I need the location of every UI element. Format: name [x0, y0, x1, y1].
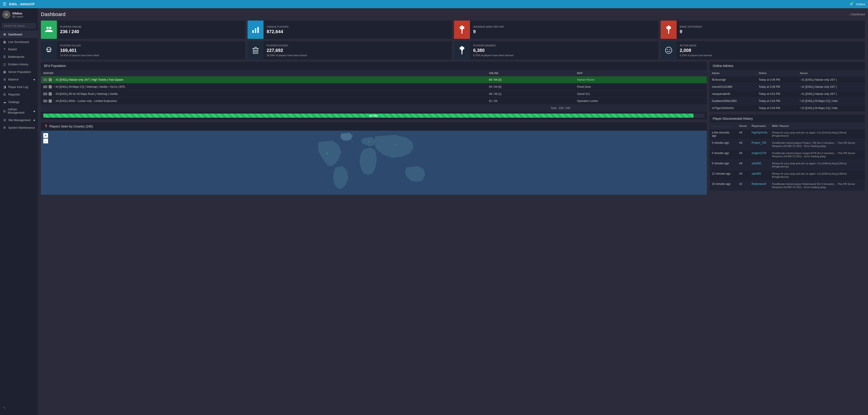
- sidebar-item-system-maintenance[interactable]: ⚙ System Maintenance: [0, 124, 38, 131]
- bans-yesterday-icon-box: [661, 21, 677, 39]
- nav-label-balance: Balance: [8, 78, 19, 81]
- nav-label-banlist: Banlist: [8, 48, 17, 51]
- admin-online-time: Today at 3:36 PM: [756, 76, 798, 83]
- disc-player: eragon2278: [749, 150, 770, 160]
- server-map: Flood Zone: [575, 83, 707, 90]
- nav-label-population: Server Population: [8, 70, 31, 73]
- location-icon: 📍: [44, 124, 48, 128]
- search-input[interactable]: [2, 23, 36, 29]
- sidebar-item-server-population[interactable]: ▦ Server Population: [0, 68, 38, 76]
- table-row-total: Total 236 / 240: [41, 105, 707, 112]
- hammer-icon2: [665, 26, 672, 34]
- sidebar-item-site-management[interactable]: ⊟ Site Management ◀: [0, 116, 38, 124]
- bans-yesterday-label: BANS YESTERDAY: [680, 25, 862, 28]
- population-icon: ▦: [3, 70, 6, 73]
- nav-label-playerlist: Playerlist: [8, 93, 20, 96]
- disc-time: 12 minutes ago: [710, 170, 737, 181]
- sidebar-item-banlist[interactable]: T Banlist: [0, 46, 38, 53]
- bf4-population-title: BF4 Population: [44, 64, 66, 68]
- sidebar-item-playerlist[interactable]: ☰ Playerlist: [0, 91, 38, 98]
- admin-online-time: Today at 3:39 PM: [756, 83, 798, 90]
- col-server: Server: [41, 70, 487, 76]
- admin-server: - #1 [E4GL] Hainan only 24/7 |: [798, 83, 865, 90]
- zoom-out-button[interactable]: -: [43, 139, 48, 144]
- zoom-in-button[interactable]: +: [43, 133, 48, 138]
- sys-maint-icon: ⚙: [3, 126, 6, 129]
- table-row[interactable]: - #1 [E4GL] Hainan only 24/7 | High Tick…: [41, 76, 707, 83]
- active-bans-info: ACTIVE BANS 2,008 0.23% of players are b…: [677, 41, 865, 59]
- trash-icon: [252, 47, 259, 54]
- avatar: H: [2, 10, 10, 19]
- sidebar-item-live-scoreboard[interactable]: ▦ Live Scoreboard: [0, 38, 38, 46]
- active-bans-sub: 0.23% of players are banned: [680, 54, 862, 57]
- cursor-indicator: ↖: [0, 401, 38, 415]
- disc-time: 5 minutes ago: [710, 139, 737, 150]
- dashboard-icon: ⊞: [3, 33, 6, 36]
- bans-yesterday-info: BANS YESTERDAY 9: [677, 21, 865, 39]
- scoreboard-icon: ▦: [3, 40, 6, 43]
- disc-server: #4: [737, 170, 749, 181]
- nav-label-chatlogs: Chatlogs: [8, 100, 20, 104]
- table-row[interactable]: ! #2 [E4GL] All Maps CQ | Votemap | Vani…: [41, 83, 707, 90]
- stats-row-1: PLAYERS ONLINE 236 / 240 UNIQUE PLAYERS …: [41, 21, 865, 39]
- left-column: BF4 Population Server Online Map: [41, 62, 707, 195]
- nav-label-battlereports: Battlereports: [8, 55, 25, 59]
- admin-online-time: Today at 3:43 PM: [756, 105, 798, 112]
- chatlogs-icon: ☁: [3, 100, 6, 104]
- sidebar-item-player-kick-log[interactable]: ◨ Player Kick Log: [0, 83, 38, 91]
- disc-player: salo582: [749, 160, 770, 170]
- table-row: 5 minutes ago #4 eragon2278 PunkBuster k…: [710, 150, 865, 160]
- logout-link[interactable]: ⏻ Logout: [12, 15, 23, 18]
- breadcrumb: ⌂ Dashboard: [849, 13, 865, 16]
- battlereports-icon: ☰: [3, 55, 6, 59]
- online-admins-header: Online Admins: [710, 62, 865, 70]
- banlist-icon: T: [3, 48, 6, 51]
- sidebar-item-battlereports[interactable]: ☰ Battlereports: [0, 53, 38, 61]
- stats-row-2: PLAYERS KILLED 169,401 19.41% of players…: [41, 41, 865, 59]
- table-row: 12 minutes ago #4 salo582 Please fix you…: [710, 170, 865, 181]
- sidebar-item-emblem-history[interactable]: ◫ Emblem History: [0, 61, 38, 68]
- svg-point-12: [47, 49, 49, 50]
- unique-players-icon-box: [248, 21, 264, 39]
- search-box: [0, 21, 38, 31]
- players-banned-icon-box: [454, 41, 470, 59]
- profile-name: H3dius: [12, 12, 23, 15]
- sidebar-item-dashboard[interactable]: ⊞ Dashboard: [0, 31, 38, 38]
- players-banned-info: PLAYERS BANNED 6,380 0.73% of players ha…: [470, 41, 658, 59]
- svg-rect-10: [668, 30, 669, 34]
- disconnected-history-header: Player Disconnected History: [710, 115, 865, 123]
- table-row[interactable]: - #3 [E4GL] 60 Hz All Maps Rush | Votema…: [41, 90, 707, 97]
- nav-label-scoreboard: Live Scoreboard: [8, 40, 29, 43]
- messages-icon[interactable]: ✉: [850, 2, 852, 6]
- players-kicked-info: PLAYERS KICKED 227,692 26.09% of players…: [264, 41, 452, 59]
- sidebar-item-balance[interactable]: ⊟ Balance ◀: [0, 76, 38, 83]
- svg-rect-2: [252, 30, 254, 33]
- adkats-icon: ⊟: [3, 110, 6, 113]
- stat-card-players-kicked: PLAYERS KICKED 227,692 26.09% of players…: [248, 41, 452, 59]
- top-navbar: ☰ E4GL - AdminCP ✉ H3dius: [0, 0, 868, 8]
- stat-card-active-bans: ACTIVE BANS 2,008 0.23% of players are b…: [661, 41, 865, 59]
- hamburger-menu[interactable]: ☰: [3, 2, 6, 7]
- sidebar-item-adkats[interactable]: ⊟ AdKats Management ◀: [0, 106, 38, 116]
- disconnected-table: .................. Server Playername MSG…: [710, 123, 865, 191]
- playerlist-icon: ☰: [3, 93, 6, 96]
- sidebar-item-chatlogs[interactable]: ☁ Chatlogs: [0, 98, 38, 106]
- progress-bar-fill: [43, 114, 693, 118]
- admin-name: masquerade30: [710, 90, 756, 97]
- table-row: xXTiger163shotXx Today at 3:43 PM ! #2 […: [710, 105, 865, 112]
- disc-player: HighSp4rr0w: [749, 129, 770, 139]
- svg-rect-6: [460, 27, 464, 29]
- server-map: Operation Locker: [575, 97, 707, 105]
- col-online-time: Online: [756, 70, 798, 76]
- table-row[interactable]: - #4 [E4GL] 60Hz - Locker only - Limited…: [41, 97, 707, 105]
- disc-server: #2: [737, 181, 749, 191]
- nav-label-emblem: Emblem History: [8, 63, 28, 66]
- table-row: llErlkoenigll Today at 3:36 PM - #1 [E4G…: [710, 76, 865, 83]
- sad-face-icon: [665, 47, 672, 54]
- disc-msg: PunkBuster kicked player eragon2278 (for…: [770, 150, 865, 160]
- stat-card-avg-bans: AVERAGE BANS PER DAY 9: [454, 21, 658, 39]
- site-mgmt-icon: ⊟: [3, 118, 6, 122]
- table-row: 15 minutes ago #2 Robinnwoof PunkBuster …: [710, 181, 865, 191]
- svg-point-26: [670, 49, 671, 50]
- progress-wrap: 98.33%: [41, 112, 707, 120]
